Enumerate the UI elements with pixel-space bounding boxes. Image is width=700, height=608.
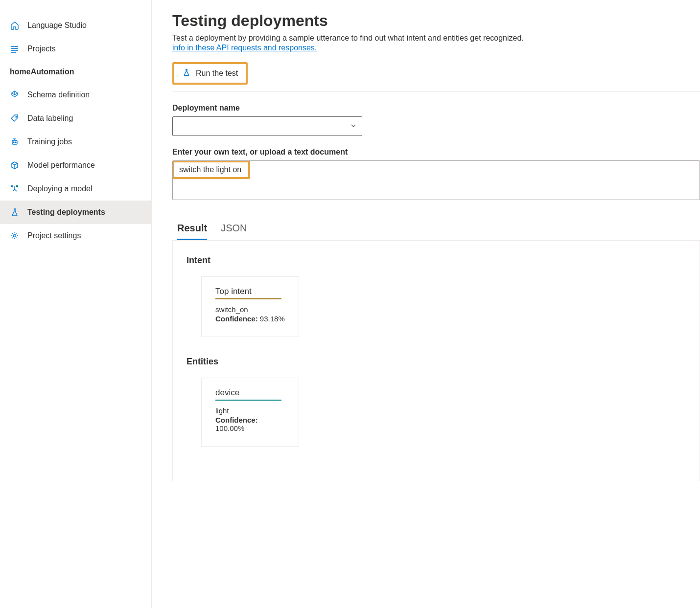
deploy-icon	[10, 184, 20, 194]
flask-icon	[10, 207, 20, 217]
utterance-textarea[interactable]: switch the light on	[172, 160, 700, 200]
utterance-highlight: switch the light on	[172, 160, 250, 179]
nav-data-labeling[interactable]: Data labeling	[0, 107, 151, 130]
entities-section-header: Entities	[187, 357, 686, 367]
svg-rect-8	[11, 185, 13, 187]
tab-result[interactable]: Result	[177, 223, 207, 240]
nav-label: Deploying a model	[27, 184, 93, 193]
svg-point-7	[15, 142, 16, 143]
flask-icon	[182, 68, 191, 79]
nav-projects[interactable]: Projects	[0, 37, 151, 61]
deployment-name-label: Deployment name	[172, 104, 700, 113]
entity-value: light	[215, 406, 285, 415]
main-content: Testing deployments Test a deployment by…	[152, 0, 700, 608]
run-test-button[interactable]: Run the test	[172, 62, 248, 85]
schema-icon	[10, 90, 20, 100]
confidence-value: 93.18%	[260, 315, 285, 323]
nav-label: Schema definition	[27, 90, 90, 99]
gear-icon	[10, 231, 20, 241]
result-pane: Intent Top intent switch_on Confidence: …	[172, 241, 700, 481]
nav-label: Language Studio	[27, 21, 87, 30]
nav-label: Project settings	[27, 231, 81, 240]
entity-title: device	[215, 388, 281, 401]
tag-icon	[10, 113, 20, 123]
utterance-value: switch the light on	[179, 165, 241, 174]
top-intent-card: Top intent switch_on Confidence: 93.18%	[201, 276, 299, 337]
project-name: homeAutomation	[0, 61, 151, 83]
nav-label: Projects	[27, 45, 56, 53]
deployment-name-section: Deployment name	[172, 104, 700, 136]
top-intent-confidence: Confidence: 93.18%	[215, 315, 285, 323]
text-input-label: Enter your own text, or upload a text do…	[172, 148, 700, 157]
page-title: Testing deployments	[172, 12, 700, 30]
svg-rect-9	[16, 185, 18, 187]
nav-model-performance[interactable]: Model performance	[0, 154, 151, 177]
nav-label: Data labeling	[27, 114, 73, 123]
sidebar: Language Studio Projects homeAutomation …	[0, 0, 152, 608]
entity-card: device light Confidence: 100.00%	[201, 378, 299, 447]
text-input-section: Enter your own text, or upload a text do…	[172, 148, 700, 200]
confidence-label: Confidence:	[215, 416, 258, 424]
nav-schema-definition[interactable]: Schema definition	[0, 83, 151, 107]
nav-testing-deployments[interactable]: Testing deployments	[0, 201, 151, 224]
run-test-label: Run the test	[196, 69, 238, 78]
page-description: Test a deployment by providing a sample …	[172, 34, 700, 43]
svg-point-6	[13, 142, 14, 143]
nav-label: Training jobs	[27, 137, 72, 146]
svg-point-4	[16, 116, 17, 117]
confidence-value: 100.00%	[215, 424, 244, 432]
home-icon	[10, 21, 20, 30]
nav-language-studio[interactable]: Language Studio	[0, 14, 151, 37]
nav-deploying-model[interactable]: Deploying a model	[0, 177, 151, 201]
svg-point-10	[14, 235, 16, 237]
cube-icon	[10, 160, 20, 170]
api-info-link[interactable]: info in these API requests and responses…	[172, 44, 317, 52]
entity-confidence: Confidence: 100.00%	[215, 416, 285, 432]
list-icon	[10, 44, 20, 54]
deployment-name-select[interactable]	[172, 116, 362, 136]
deployment-name-select-wrap	[172, 116, 362, 136]
intent-section-header: Intent	[187, 255, 686, 266]
nav-training-jobs[interactable]: Training jobs	[0, 130, 151, 154]
confidence-label: Confidence:	[215, 315, 258, 323]
nav-project-settings[interactable]: Project settings	[0, 224, 151, 248]
top-intent-value: switch_on	[215, 305, 285, 314]
tab-json[interactable]: JSON	[221, 223, 247, 240]
robot-icon	[10, 137, 20, 147]
nav-label: Testing deployments	[27, 208, 105, 217]
toolbar: Run the test	[172, 62, 700, 92]
result-tabs: Result JSON	[172, 223, 700, 241]
top-intent-title: Top intent	[215, 287, 281, 299]
nav-label: Model performance	[27, 161, 95, 170]
